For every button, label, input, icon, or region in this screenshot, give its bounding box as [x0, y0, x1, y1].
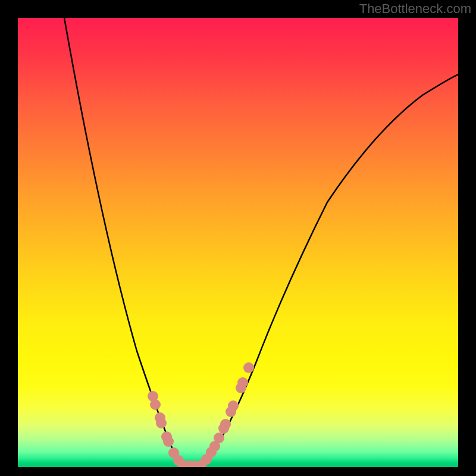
data-marker	[150, 399, 161, 410]
data-marker	[237, 377, 248, 388]
watermark-text: TheBottleneck.com	[359, 1, 471, 17]
plot-area	[18, 18, 458, 467]
right-curve	[201, 74, 458, 466]
chart-container: TheBottleneck.com	[0, 0, 476, 476]
curve-group	[64, 18, 458, 466]
border-bottom	[0, 467, 476, 476]
data-marker	[220, 419, 231, 430]
border-right	[458, 0, 476, 476]
data-marker	[228, 400, 239, 411]
data-marker	[163, 436, 174, 447]
markers-group	[148, 362, 254, 467]
data-marker	[243, 362, 254, 373]
data-marker	[214, 433, 224, 443]
left-curve	[64, 18, 183, 465]
curves-svg	[18, 18, 458, 467]
data-marker	[156, 418, 167, 428]
border-left	[0, 0, 18, 476]
